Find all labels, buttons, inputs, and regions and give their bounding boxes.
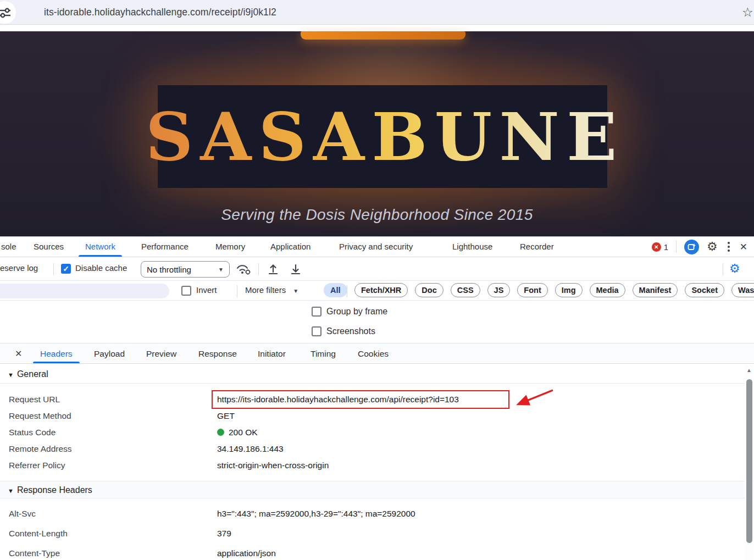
header-row-label: Alt-Svc [9,506,207,522]
brand-tagline: Serving the Dosis Neighborhood Since 201… [0,206,754,224]
ai-assistance-icon[interactable] [684,240,699,254]
devtools-toolbar-right: ✕ 1 ⚙ ✕ [652,237,747,257]
filter-pill-img[interactable]: Img [555,283,583,297]
brand-title: SASABUNE [141,104,624,170]
status-ok-dot-icon [217,429,224,436]
webpage-viewport: SASABUNE Serving the Dosis Neighborhood … [0,25,754,236]
header-row-value: application/json [217,545,276,560]
ai-glyph [688,243,696,251]
filter-pill-js[interactable]: JS [487,283,511,297]
header-row-label: Content-Type [9,545,207,560]
tab-network[interactable]: Network [85,237,115,257]
filter-pill-wasm[interactable]: Wasm [731,283,754,297]
general-section-header[interactable]: ▼General [0,364,754,384]
response-headers-section-header[interactable]: ▼Response Headers [0,481,754,498]
error-icon: ✕ [652,242,661,252]
chevron-down-icon: ▼ [218,267,224,273]
scrollbar-up-arrow-icon[interactable]: ▲ [745,367,753,373]
filter-pill-font[interactable]: Font [517,283,547,297]
tune-icon [0,5,12,20]
header-row-value: 34.149.186.1:443 [217,441,284,457]
disable-cache-label[interactable]: Disable cache [75,263,127,273]
filter-pill-socket[interactable]: Socket [685,283,724,297]
detail-tab-headers[interactable]: Headers [40,344,73,363]
general-section-title: General [17,369,48,379]
invert-label[interactable]: Invert [196,285,217,295]
url-text[interactable]: its-idorable.holidayhackchallenge.com/re… [44,0,276,24]
filter-pill-strip: Fetch/XHR Doc CSS JS Font Img Media Mani… [354,283,754,297]
screenshots-checkbox[interactable] [312,326,321,336]
invert-checkbox[interactable] [181,286,191,296]
chevron-down-icon: ▼ [293,288,298,294]
headers-content: ▼General Request URL https://its-idorabl… [0,364,754,560]
tab-privacy-security[interactable]: Privacy and security [339,237,413,257]
filter-pill-css[interactable]: CSS [451,283,480,297]
header-row-value: 200 OK [217,424,258,441]
throttling-select[interactable]: No throttling ▼ [141,261,230,278]
request-detail-tab-bar: ✕ Headers Payload Preview Response Initi… [0,344,754,364]
devtools-tab-bar: sole Sources Network Performance Memory … [0,237,754,257]
tab-lighthouse[interactable]: Lighthouse [452,237,492,257]
request-url-highlight-box: https://its-idorable.holidayhackchalleng… [212,390,509,409]
annotation-arrow-icon [510,386,556,411]
filter-pill-media[interactable]: Media [590,283,625,297]
disclosure-triangle-icon: ▼ [8,372,14,378]
scrollbar-thumb[interactable] [746,379,752,543]
error-badge[interactable]: ✕ 1 [652,242,668,252]
tab-memory[interactable]: Memory [215,237,245,257]
close-detail-icon[interactable]: ✕ [15,344,22,363]
export-har-icon[interactable] [290,263,302,276]
tab-recorder[interactable]: Recorder [520,237,554,257]
header-row-label: Request URL [9,391,207,408]
response-headers-section-title: Response Headers [17,485,92,495]
tab-performance[interactable]: Performance [141,237,188,257]
filter-pill-all[interactable]: All [324,283,347,297]
devtools-panel: sole Sources Network Performance Memory … [0,236,754,560]
brand-banner: SASABUNE [158,85,607,188]
header-row-value: strict-origin-when-cross-origin [217,457,329,474]
detail-tab-timing[interactable]: Timing [311,344,336,363]
address-bar[interactable]: its-idorable.holidayhackchallenge.com/re… [0,0,754,25]
group-by-frame-checkbox[interactable] [312,307,321,317]
tab-sources[interactable]: Sources [34,237,64,257]
filter-pill-fetch-xhr[interactable]: Fetch/XHR [354,283,408,297]
error-count: 1 [664,242,668,252]
bookmark-star-icon[interactable]: ☆ [742,5,753,20]
settings-gear-icon[interactable]: ⚙ [707,241,718,253]
detail-tab-response[interactable]: Response [198,344,237,363]
preserve-log-label[interactable]: eserve log [0,263,38,273]
tab-console[interactable]: sole [1,237,16,257]
hero-section: SASABUNE Serving the Dosis Neighborhood … [0,31,754,236]
tab-application[interactable]: Application [270,237,311,257]
group-by-frame-option[interactable]: Group by frame [312,307,387,317]
detail-tab-initiator[interactable]: Initiator [258,344,286,363]
header-row-label: Remote Address [9,441,207,457]
screenshots-option[interactable]: Screenshots [312,326,375,336]
screen: its-idorable.holidayhackchallenge.com/re… [0,0,754,560]
filter-pill-manifest[interactable]: Manifest [633,283,678,297]
network-conditions-icon[interactable] [235,263,252,276]
filter-input[interactable] [0,284,169,298]
header-row-value: 379 [217,525,231,542]
site-settings-button[interactable] [0,1,16,24]
hero-orange-bar [301,31,465,40]
divider [237,285,237,297]
header-row-label: Request Method [9,408,207,424]
header-row-value: h3=":443"; ma=2592000,h3-29=":443"; ma=2… [217,506,415,522]
more-filters-button[interactable]: More filters ▼ [245,285,298,295]
network-settings-gear-icon[interactable]: ⚙ [729,263,740,275]
throttling-value: No throttling [147,265,191,274]
close-devtools-icon[interactable]: ✕ [740,241,747,253]
header-row-value[interactable]: https://its-idorable.holidayhackchalleng… [217,395,459,404]
vertical-scrollbar[interactable]: ▲ [745,365,753,560]
detail-tab-payload[interactable]: Payload [94,344,125,363]
divider [347,285,347,297]
divider [258,263,259,275]
detail-tab-preview[interactable]: Preview [146,344,176,363]
header-row-label: Content-Length [9,525,207,542]
import-har-icon[interactable] [267,263,279,276]
detail-tab-cookies[interactable]: Cookies [358,344,389,363]
disable-cache-checkbox[interactable]: ✓ [61,264,71,274]
filter-pill-doc[interactable]: Doc [415,283,443,297]
more-options-icon[interactable] [725,242,732,252]
